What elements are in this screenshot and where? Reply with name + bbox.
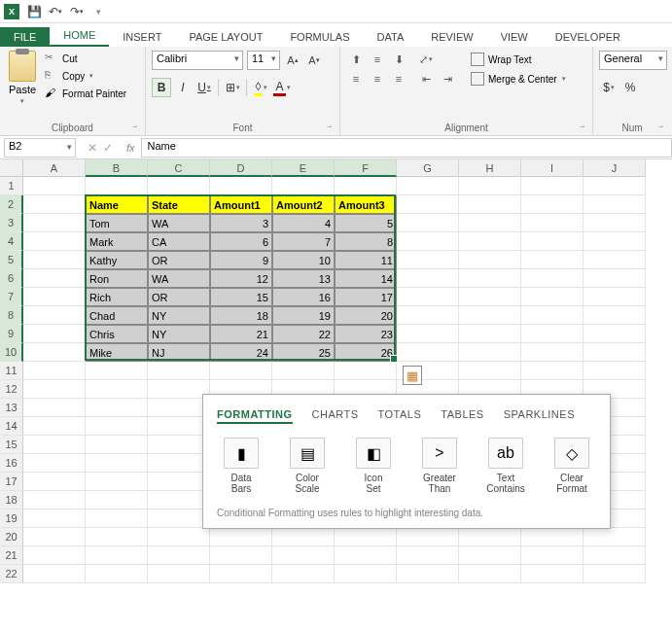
cell[interactable] bbox=[86, 528, 148, 546]
cell[interactable] bbox=[459, 528, 521, 546]
cell[interactable] bbox=[521, 325, 584, 343]
cell[interactable] bbox=[148, 546, 210, 565]
cell[interactable] bbox=[23, 362, 86, 380]
cell[interactable] bbox=[459, 232, 521, 251]
grow-font-button[interactable]: A▴ bbox=[284, 52, 301, 69]
wrap-text-button[interactable]: Wrap Text bbox=[467, 51, 570, 68]
column-header-E[interactable]: E bbox=[272, 159, 335, 177]
cell[interactable]: WA bbox=[148, 214, 210, 232]
align-top-button[interactable]: ⬆ bbox=[346, 51, 366, 68]
cell[interactable]: Amount3 bbox=[335, 195, 397, 214]
qa-tab-tables[interactable]: TABLES bbox=[441, 406, 483, 424]
font-name-combo[interactable]: Calibri bbox=[152, 51, 243, 70]
qa-tab-totals[interactable]: TOTALS bbox=[378, 406, 422, 424]
cell[interactable]: 5 bbox=[335, 214, 397, 232]
cell[interactable] bbox=[86, 454, 148, 473]
cell[interactable] bbox=[23, 528, 86, 546]
row-header-6[interactable]: 6 bbox=[0, 269, 23, 288]
fx-icon[interactable]: fx bbox=[121, 142, 141, 154]
qa-item-clear[interactable]: ◇ClearFormat bbox=[548, 438, 596, 494]
cell[interactable] bbox=[397, 288, 459, 306]
row-header-2[interactable]: 2 bbox=[0, 195, 23, 214]
cell[interactable] bbox=[210, 362, 272, 380]
align-right-button[interactable]: ≡ bbox=[389, 70, 408, 88]
cell[interactable] bbox=[148, 177, 210, 195]
cell[interactable]: 8 bbox=[335, 232, 397, 251]
cell[interactable] bbox=[23, 546, 86, 565]
qa-item-data[interactable]: ▮DataBars bbox=[217, 438, 265, 494]
cell[interactable] bbox=[23, 177, 86, 195]
cell[interactable] bbox=[86, 380, 148, 399]
row-header-1[interactable]: 1 bbox=[0, 177, 23, 195]
row-header-18[interactable]: 18 bbox=[0, 491, 23, 509]
cell[interactable] bbox=[459, 177, 521, 195]
row-header-17[interactable]: 17 bbox=[0, 473, 23, 491]
cell[interactable]: Mike bbox=[86, 343, 148, 362]
cell[interactable]: State bbox=[148, 195, 210, 214]
column-header-A[interactable]: A bbox=[23, 159, 86, 177]
cell[interactable]: OR bbox=[148, 288, 210, 306]
cell[interactable] bbox=[23, 288, 86, 306]
cell[interactable] bbox=[23, 509, 86, 528]
cell[interactable]: 18 bbox=[210, 306, 272, 325]
row-header-7[interactable]: 7 bbox=[0, 288, 23, 306]
cell[interactable] bbox=[23, 454, 86, 473]
cell[interactable] bbox=[335, 177, 397, 195]
tab-developer[interactable]: DEVELOPER bbox=[542, 27, 634, 47]
cell[interactable] bbox=[521, 232, 584, 251]
cell[interactable]: 23 bbox=[335, 325, 397, 343]
row-header-12[interactable]: 12 bbox=[0, 380, 23, 399]
cell[interactable]: Tom bbox=[86, 214, 148, 232]
cell[interactable] bbox=[459, 288, 521, 306]
cell[interactable]: 4 bbox=[272, 214, 335, 232]
cell[interactable] bbox=[272, 546, 335, 565]
cell[interactable] bbox=[584, 251, 646, 269]
cell[interactable] bbox=[521, 214, 584, 232]
cell[interactable] bbox=[397, 528, 459, 546]
tab-formulas[interactable]: FORMULAS bbox=[276, 27, 363, 47]
column-header-I[interactable]: I bbox=[521, 159, 584, 177]
cell[interactable] bbox=[335, 546, 397, 565]
row-header-3[interactable]: 3 bbox=[0, 214, 23, 232]
cell[interactable] bbox=[459, 251, 521, 269]
name-box[interactable]: B2 bbox=[4, 138, 76, 158]
qa-tab-sparklines[interactable]: SPARKLINES bbox=[504, 406, 575, 424]
cancel-formula-icon[interactable]: ✕ bbox=[88, 141, 97, 155]
select-all-corner[interactable] bbox=[0, 159, 23, 177]
cell[interactable]: 20 bbox=[335, 306, 397, 325]
cell[interactable] bbox=[148, 565, 210, 583]
formula-input[interactable]: Name bbox=[141, 138, 672, 158]
undo-icon[interactable]: ↶▾ bbox=[49, 5, 62, 18]
qa-tab-formatting[interactable]: FORMATTING bbox=[217, 406, 293, 424]
quick-analysis-icon[interactable] bbox=[403, 366, 422, 385]
cell[interactable] bbox=[521, 177, 584, 195]
row-header-14[interactable]: 14 bbox=[0, 417, 23, 436]
cell[interactable]: WA bbox=[148, 269, 210, 288]
cell[interactable] bbox=[584, 195, 646, 214]
fill-color-button[interactable]: ◊ bbox=[251, 78, 270, 97]
cell[interactable]: Amount2 bbox=[272, 195, 335, 214]
tab-review[interactable]: REVIEW bbox=[417, 27, 486, 47]
cell[interactable] bbox=[86, 417, 148, 436]
cell[interactable] bbox=[23, 565, 86, 583]
cell[interactable] bbox=[86, 177, 148, 195]
qat-customize-icon[interactable]: ▾ bbox=[91, 5, 105, 18]
cell[interactable] bbox=[148, 380, 210, 399]
cell[interactable] bbox=[272, 362, 335, 380]
shrink-font-button[interactable]: A▾ bbox=[305, 52, 323, 69]
cell[interactable]: Kathy bbox=[86, 251, 148, 269]
align-center-button[interactable]: ≡ bbox=[368, 70, 387, 88]
cell[interactable] bbox=[86, 491, 148, 509]
orientation-button[interactable]: ⤢ bbox=[416, 51, 436, 68]
cell[interactable] bbox=[86, 473, 148, 491]
save-icon[interactable]: 💾 bbox=[27, 5, 41, 18]
cell[interactable] bbox=[272, 177, 335, 195]
cell[interactable] bbox=[23, 306, 86, 325]
cell[interactable] bbox=[459, 269, 521, 288]
cell[interactable] bbox=[397, 565, 459, 583]
cell[interactable]: 14 bbox=[335, 269, 397, 288]
cell[interactable]: NY bbox=[148, 306, 210, 325]
cell[interactable] bbox=[23, 343, 86, 362]
cell[interactable] bbox=[521, 251, 584, 269]
row-header-10[interactable]: 10 bbox=[0, 343, 23, 362]
